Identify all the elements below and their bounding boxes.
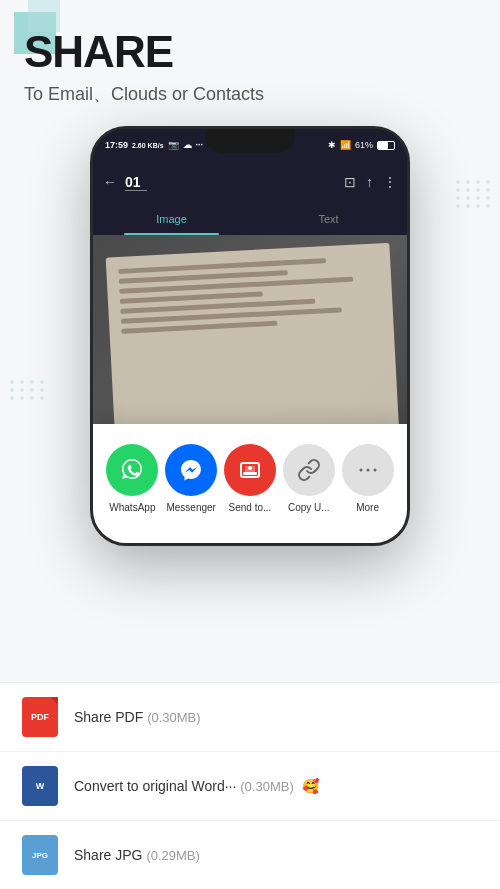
svg-point-5 bbox=[373, 469, 376, 472]
pdf-icon: PDF bbox=[20, 697, 60, 737]
phone-mockup: 17:59 2.60 KB/s 📷 ☁ ··· ✱ 📶 61% ← 01 bbox=[90, 126, 410, 546]
page-number: 01 bbox=[125, 174, 147, 190]
jpg-icon: JPG bbox=[20, 835, 60, 875]
list-item-jpg[interactable]: JPG Share JPG (0.29MB) bbox=[0, 820, 500, 889]
copy-icon bbox=[283, 444, 335, 496]
crop-icon[interactable]: ⊡ bbox=[344, 174, 356, 190]
phone-notch bbox=[205, 129, 295, 153]
more-icon[interactable]: ⋮ bbox=[383, 174, 397, 190]
tab-image[interactable]: Image bbox=[93, 203, 250, 235]
whatsapp-label: WhatsApp bbox=[109, 502, 155, 513]
status-time: 17:59 2.60 KB/s 📷 ☁ ··· bbox=[105, 140, 203, 150]
svg-point-4 bbox=[366, 469, 369, 472]
bottom-list: PDF Share PDF (0.30MB) W Convert to orig… bbox=[0, 682, 500, 889]
app-bar-left: ← 01 bbox=[103, 174, 147, 192]
messenger-icon bbox=[165, 444, 217, 496]
more-icon bbox=[342, 444, 394, 496]
svg-point-3 bbox=[359, 469, 362, 472]
list-item-pdf-text: Share PDF (0.30MB) bbox=[74, 709, 201, 725]
app-bar-right: ⊡ ↑ ⋮ bbox=[344, 174, 397, 190]
page-title: SHARE bbox=[24, 28, 476, 76]
status-indicators: ✱ 📶 61% bbox=[328, 140, 395, 150]
sendto-label: Send to... bbox=[229, 502, 272, 513]
more-label: More bbox=[356, 502, 379, 513]
whatsapp-icon bbox=[106, 444, 158, 496]
share-sheet: WhatsApp Messenger bbox=[93, 424, 407, 543]
header: SHARE To Email、Clouds or Contacts bbox=[0, 0, 500, 116]
app-bar: ← 01 ⊡ ↑ ⋮ bbox=[93, 161, 407, 203]
svg-rect-1 bbox=[243, 472, 257, 475]
copy-label: Copy U... bbox=[288, 502, 330, 513]
phone-container: 17:59 2.60 KB/s 📷 ☁ ··· ✱ 📶 61% ← 01 bbox=[0, 126, 500, 546]
document-area: WhatsApp Messenger bbox=[93, 235, 407, 543]
messenger-label: Messenger bbox=[166, 502, 215, 513]
share-messenger[interactable]: Messenger bbox=[165, 444, 217, 513]
share-whatsapp[interactable]: WhatsApp bbox=[106, 444, 158, 513]
page-divider bbox=[125, 190, 147, 192]
list-item-word[interactable]: W Convert to original Word··· (0.30MB) 🥰 bbox=[0, 751, 500, 820]
share-sendto[interactable]: Send to... bbox=[224, 444, 276, 513]
tab-text[interactable]: Text bbox=[250, 203, 407, 235]
list-item-pdf[interactable]: PDF Share PDF (0.30MB) bbox=[0, 682, 500, 751]
back-icon[interactable]: ← bbox=[103, 174, 117, 190]
word-icon: W bbox=[20, 766, 60, 806]
share-icon[interactable]: ↑ bbox=[366, 174, 373, 190]
page-subtitle: To Email、Clouds or Contacts bbox=[24, 82, 476, 106]
share-more[interactable]: More bbox=[342, 444, 394, 513]
share-icons-row: WhatsApp Messenger bbox=[103, 444, 397, 513]
sendto-icon bbox=[224, 444, 276, 496]
phone-tabs: Image Text bbox=[93, 203, 407, 235]
list-item-word-text: Convert to original Word··· (0.30MB) 🥰 bbox=[74, 778, 319, 794]
share-copy[interactable]: Copy U... bbox=[283, 444, 335, 513]
list-item-jpg-text: Share JPG (0.29MB) bbox=[74, 847, 200, 863]
svg-point-2 bbox=[248, 466, 252, 470]
